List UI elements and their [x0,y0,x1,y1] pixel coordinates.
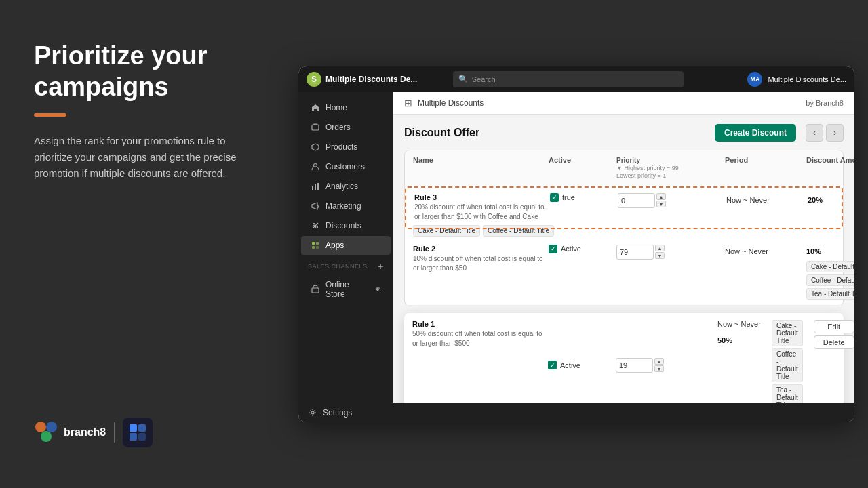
description-text: Assign the rank for your promotions rule… [34,133,264,182]
rule1-priority-arrows: ▲ ▼ [654,358,664,372]
rule3-active-cell: ✓ true [550,193,618,202]
headline: Prioritize your campaigns [34,41,264,102]
rule3-checkbox[interactable]: ✓ [550,193,559,202]
shopify-window: S Multiple Discounts De... 🔍 Search MA M… [298,66,854,422]
rule2-checkbox[interactable]: ✓ [549,245,557,253]
rule1-priority-up[interactable]: ▲ [654,358,664,365]
table-header: Name Active Priority ▼ Highest priority … [405,150,843,186]
sidebar-item-customers[interactable]: Customers [301,157,391,176]
rule3-active-label: true [562,193,575,201]
breadcrumb-text: Multiple Discounts [418,98,484,108]
svg-point-14 [316,226,318,228]
svg-rect-7 [312,125,319,130]
settings-label[interactable]: Settings [323,408,352,418]
svg-marker-8 [312,144,319,150]
rule3-amount: 20% [808,193,854,205]
sidebar-item-online-store[interactable]: Online Store [301,275,391,304]
rule2-product-1: Cake - Default Title [806,261,854,272]
rule1-name-cell: Rule 1 50% discount off when total cost … [412,320,548,403]
rule2-amount-and-products: 10% Cake - Default Title Coffee - Defaul… [806,245,854,300]
avatar: MA [747,72,762,87]
create-discount-button[interactable]: Create Discount [715,124,796,142]
svg-point-0 [35,422,46,432]
store-icon [311,285,320,294]
logo-divider [114,422,115,443]
svg-point-23 [311,411,314,414]
rule1-priority-down[interactable]: ▼ [654,365,664,372]
rule3-priority-up[interactable]: ▲ [656,193,666,200]
search-icon: 🔍 [458,75,468,83]
rule2-product-2: Coffee - Default Title [806,274,854,286]
rule1-checkbox[interactable]: ✓ [548,361,557,369]
page-content: Discount Offer Create Discount ‹ › [393,115,854,403]
breadcrumb-icon: ⊞ [404,98,412,108]
add-channel-button[interactable]: + [378,261,384,272]
rule2-priority-input[interactable] [616,245,654,260]
rule1-name: Rule 1 [412,320,548,328]
store-name: Multiple Discounts De... [326,75,417,84]
rule2-priority-arrows: ▲ ▼ [655,245,665,259]
col-priority: Priority ▼ Highest priority = 99 Lowest … [616,156,725,180]
products-icon [311,142,320,152]
sidebar-item-apps[interactable]: Apps [301,236,391,255]
svg-rect-6 [138,433,146,441]
apps-icon [311,241,320,250]
app-logo [123,418,153,447]
rule2-priority-down[interactable]: ▼ [655,252,665,259]
discounts-icon [311,221,320,230]
breadcrumb: ⊞ Multiple Discounts by Branch8 [393,92,854,115]
branch8-icon [34,420,58,445]
rule1-active-label: Active [560,361,580,369]
rule3-priority-input[interactable] [618,193,655,208]
sales-channels-label: SALES CHANNELS + [298,256,393,274]
sidebar-item-orders[interactable]: Orders [301,118,391,137]
rule1-desc: 50% discount off when total cost is equa… [412,329,548,348]
svg-rect-18 [312,246,315,249]
settings-bar: Settings [298,403,854,422]
rule3-desc: 20% discount off when total cost is equa… [414,203,550,222]
svg-rect-3 [130,424,137,432]
rule1-floating-container: Rule 1 50% discount off when total cost … [404,313,844,403]
search-placeholder: Search [472,75,496,83]
rule3-priority-down[interactable]: ▼ [656,201,666,207]
rule1-product-1: Cake - Default Title [772,320,803,346]
rule3-name-cell: Rule 3 20% discount off when total cost … [414,193,550,222]
svg-point-2 [41,431,52,442]
sidebar: Home Orders Products Customers [298,92,393,403]
rule1-products: Cake - Default Title Coffee - Default Ti… [772,320,803,403]
shopify-icon: S [307,72,321,87]
settings-icon [308,408,317,418]
orange-divider [34,113,66,117]
rule1-delete-button[interactable]: Delete [814,336,854,349]
sidebar-item-products[interactable]: Products [301,138,391,157]
sidebar-item-marketing[interactable]: Marketing [301,197,391,216]
rule1-product-3: Tea - Default Title [772,384,803,403]
nav-arrows: ‹ › [806,124,844,142]
search-bar[interactable]: 🔍 Search [453,71,684,87]
rule2-priority-up[interactable]: ▲ [655,245,665,251]
table-row-rule2: Rule 2 10% discount off when total cost … [405,239,843,306]
next-arrow[interactable]: › [826,124,844,142]
rule1-priority-cell: ▲ ▼ [616,320,717,403]
col-active: Active [549,156,616,180]
svg-rect-10 [312,186,313,190]
svg-rect-11 [315,184,316,190]
svg-rect-4 [138,424,146,432]
rule3-name: Rule 3 [414,193,550,201]
brand-name: branch8 [64,426,106,439]
rule2-desc: 10% discount off when total cost is equa… [413,254,549,273]
svg-rect-12 [317,183,319,190]
svg-point-21 [376,288,379,291]
svg-point-1 [46,422,57,432]
svg-rect-16 [312,242,315,245]
rule2-priority-cell: ▲ ▼ [616,245,725,260]
sidebar-item-analytics[interactable]: Analytics [301,177,391,196]
sidebar-item-discounts[interactable]: Discounts [301,216,391,235]
sidebar-item-home[interactable]: Home [301,98,391,117]
priority-note-high: ▼ Highest priority = 99 [616,165,725,173]
rule1-priority-input[interactable] [616,358,653,373]
rule1-edit-button[interactable]: Edit [814,320,854,333]
rule2-period: Now ~ Never [725,245,806,257]
prev-arrow[interactable]: ‹ [806,124,823,142]
rule3-priority-cell: ▲ ▼ [618,193,726,208]
